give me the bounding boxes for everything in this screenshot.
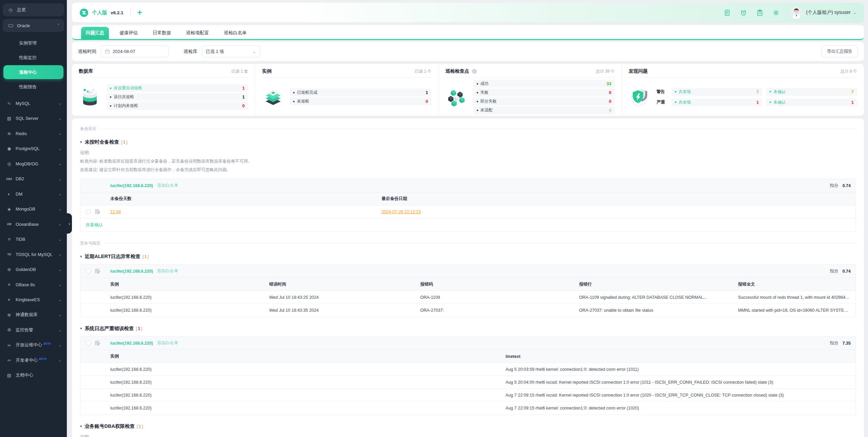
- info-icon[interactable]: i: [472, 69, 477, 74]
- syslog-table: lucifer(192.168.6.220) 添加白名单 扣分 7.35 实例 …: [80, 336, 856, 415]
- add-whitelist-link[interactable]: 添加白名单: [157, 268, 178, 274]
- shentong-icon: ⊕: [5, 312, 13, 317]
- oracle-submenu: 实例管理 性能监控 巡检中心 性能报告: [3, 35, 64, 96]
- add-whitelist-link[interactable]: 添加白名单: [157, 183, 178, 188]
- tasks-clipboard-icon[interactable]: [756, 9, 763, 16]
- sidebar-item-dm[interactable]: ◐DM⌄: [3, 186, 64, 202]
- stat-row: 未确认1: [766, 98, 857, 106]
- tab-bar: 问题汇总 健康评估 日常数据 巡检项配置 巡检白名单: [72, 25, 864, 40]
- group-checkbox[interactable]: [86, 269, 91, 274]
- chevron-down-icon: ⌄: [58, 101, 61, 106]
- issue-level-label: 严重: [657, 99, 667, 105]
- dm-icon: ◐: [5, 192, 13, 197]
- note-edit-icon[interactable]: [95, 209, 100, 215]
- sidebar-item-postgresql[interactable]: ◉PostgreSQL⌄: [3, 141, 64, 157]
- db2-icon: DB2: [5, 177, 13, 181]
- add-tab-button[interactable]: +: [137, 8, 142, 17]
- check-description: 说明: 检查内容: 检查数据库近期是否进行过全量备份，若无备份说明数据库数据库备…: [80, 149, 856, 174]
- sidebar-item-db2[interactable]: DB2DB2⌄: [3, 171, 64, 187]
- document-icon: ▤: [5, 373, 13, 378]
- sidebar-item-mongodb[interactable]: ◈MongoDB⌄: [3, 202, 64, 217]
- chevron-down-icon: ⌄: [58, 343, 61, 347]
- sidebar-item-performance-monitor[interactable]: 性能监控: [3, 51, 63, 65]
- tab-inspection-config[interactable]: 巡检项配置: [182, 27, 213, 39]
- card-title: 巡检检查点: [446, 68, 469, 74]
- database-link[interactable]: lucifer(192.168.6.220): [110, 183, 153, 188]
- mogdb-icon: ◎: [5, 161, 13, 166]
- chevron-down-icon: ⌄: [252, 49, 256, 54]
- sidebar-item-overview[interactable]: ◷ 总览: [3, 3, 64, 16]
- user-menu[interactable]: (个人版租户) sysuser: [806, 10, 850, 16]
- row-checkbox[interactable]: [86, 209, 91, 214]
- link-warning-found[interactable]: 共发现: [675, 89, 691, 95]
- sidebar-item-inspection-center[interactable]: 巡检中心: [3, 65, 63, 79]
- sidebar-item-mogdb[interactable]: ◎MogDB/OG⌄: [3, 156, 64, 171]
- check-dba-privilege-title[interactable]: ▾ 业务账号DBA权限检查 [1]: [80, 423, 856, 430]
- card-title: 实例: [262, 68, 271, 74]
- check-syslog-title[interactable]: ▾ 系统日志严重错误检查 [1]: [80, 325, 856, 332]
- stat-row: 共发现1: [672, 98, 762, 106]
- sidebar-item-mysql[interactable]: ∿MySQL⌄: [3, 96, 64, 111]
- table-header-row: 实例 linetext: [80, 350, 855, 363]
- sidebar-item-developer-center[interactable]: ∞开发者中心BETA⌄: [3, 353, 64, 368]
- tab-health-assessment[interactable]: 健康评估: [115, 27, 142, 39]
- avatar[interactable]: [790, 6, 803, 19]
- sidebar-item-instance-management[interactable]: 实例管理: [3, 36, 63, 50]
- check-full-backup-title[interactable]: ▾ 未按时全备检查 [1]: [80, 139, 856, 145]
- sidebar-item-kingbase[interactable]: KKingbaseES⌄: [3, 292, 64, 308]
- link-no-auto-inspection[interactable]: 未设置自动巡检: [110, 85, 142, 91]
- version-label: v6.2.1: [111, 10, 124, 15]
- sidebar-item-performance-report[interactable]: 性能报告: [3, 80, 63, 94]
- sidebar-item-goldendb[interactable]: ⊛GoldenDB⌄: [3, 262, 64, 277]
- chevron-down-icon[interactable]: ⌄: [853, 10, 856, 15]
- sidebar-item-shentong[interactable]: ⊕神通数据库⌄: [3, 307, 64, 323]
- gauge-icon: ◷: [7, 7, 14, 13]
- tab-issue-summary[interactable]: 问题汇总: [81, 27, 109, 39]
- summary-cards: 数据库已选 1 套 未设置自动巡检1 该日共巡检1 计划内未巡检0: [72, 64, 864, 116]
- link-critical-found[interactable]: 共发现: [675, 99, 691, 105]
- sqlserver-icon: ▧: [5, 116, 13, 121]
- sidebar-item-monitor-alert[interactable]: ⚙监控告警⌄: [3, 323, 64, 338]
- export-report-button[interactable]: 导出汇总报告: [822, 45, 858, 57]
- caret-down-icon: ▾: [80, 424, 82, 429]
- sidebar-item-oceanbase[interactable]: OBOceanBase⌄: [3, 217, 64, 232]
- note-edit-icon[interactable]: [95, 340, 100, 346]
- check-alert-log-title[interactable]: ▾ 近期ALERT日志异常检查 [1]: [80, 253, 856, 260]
- database-link[interactable]: lucifer(192.168.6.220): [110, 269, 153, 274]
- sidebar-item-gbase[interactable]: GGBase 8s⌄: [3, 277, 64, 292]
- tab-daily-data[interactable]: 日常数据: [148, 27, 175, 39]
- batch-confirm-link[interactable]: 批量确认: [80, 218, 855, 231]
- link-warning-unconfirmed[interactable]: 未确认: [770, 89, 786, 95]
- summary-card-instance: 实例已选 1 个 已巡检完成1 未巡检0: [255, 64, 438, 119]
- sidebar-item-tidb[interactable]: TiTiDB⌄: [3, 232, 64, 247]
- add-whitelist-link[interactable]: 添加白名单: [157, 340, 178, 346]
- sidebar-collapse-handle[interactable]: ‹: [67, 213, 72, 234]
- link-critical-unconfirmed[interactable]: 未确认: [770, 99, 786, 105]
- chevron-down-icon: ⌄: [58, 177, 61, 181]
- days-link[interactable]: 12.04: [110, 210, 121, 214]
- report-icon[interactable]: [724, 9, 731, 16]
- inspection-date-input[interactable]: 2024-08-07: [101, 45, 169, 57]
- card-meta: 已选 1 个: [415, 69, 431, 74]
- group-checkbox[interactable]: [86, 341, 91, 346]
- issue-level-label: 警告: [657, 89, 667, 95]
- alarm-icon[interactable]: [740, 9, 747, 16]
- stat-row: 已巡检完成1: [290, 89, 431, 96]
- section-divider-security: 安全与稳定: [80, 240, 856, 246]
- sidebar-item-oracle[interactable]: Oracle ⌃: [3, 19, 64, 32]
- section-divider-backup: 备份容灾: [80, 126, 856, 132]
- last-backup-link[interactable]: 2024-07-26 22:12:23: [381, 210, 421, 214]
- settings-gear-icon[interactable]: [773, 9, 779, 16]
- sidebar-item-sqlserver[interactable]: ▧SQL Server⌄: [3, 111, 64, 126]
- sidebar-item-redis[interactable]: ≋Redis⌄: [3, 126, 64, 141]
- chevron-down-icon: ⌄: [58, 252, 61, 257]
- inspection-db-select[interactable]: 已选 1 项 ⌄: [202, 45, 260, 57]
- sidebar-item-open-ops-center[interactable]: ∞开放运维中心BETA⌄: [3, 338, 64, 353]
- note-edit-icon[interactable]: [95, 268, 100, 274]
- database-link[interactable]: lucifer(192.168.6.220): [110, 341, 153, 346]
- sidebar-item-doc-center[interactable]: ▤文档中心: [3, 368, 64, 383]
- caret-down-icon: ▾: [80, 140, 82, 144]
- postgresql-icon: ◉: [5, 146, 13, 151]
- sidebar-item-tdsql[interactable]: TDTDSQL for MySQL⌄: [3, 247, 64, 262]
- tab-inspection-whitelist[interactable]: 巡检白名单: [220, 27, 251, 39]
